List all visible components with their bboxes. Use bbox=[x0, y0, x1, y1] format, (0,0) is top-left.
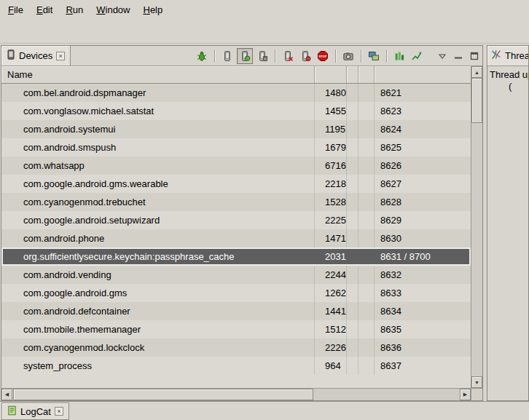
cell-pid: 964 bbox=[315, 357, 347, 375]
cell-a bbox=[347, 266, 358, 284]
cell-a bbox=[347, 102, 358, 120]
cell-name: com.android.defcontainer bbox=[1, 302, 315, 320]
cell-b bbox=[358, 193, 375, 211]
panel-window-icons bbox=[434, 46, 482, 66]
cell-a bbox=[347, 175, 358, 193]
scroll-up-arrow-icon[interactable]: ▲ bbox=[471, 66, 482, 78]
cell-port: 8636 bbox=[375, 338, 471, 357]
table-row[interactable]: com.android.vending224408632 bbox=[1, 266, 471, 284]
scrollbar-corner bbox=[471, 388, 482, 400]
cell-b bbox=[358, 211, 375, 229]
threads-columns-icon[interactable] bbox=[391, 48, 407, 64]
threads-tab-icon bbox=[491, 49, 501, 62]
table-row[interactable]: com.whatsapp67168626 bbox=[1, 156, 471, 175]
column-header-3[interactable] bbox=[358, 66, 375, 83]
table-row[interactable]: com.tmobile.thememanager15128635 bbox=[1, 320, 471, 338]
table-row[interactable]: com.vonglasow.michael.satstat145538623 bbox=[1, 102, 471, 120]
cell-b bbox=[358, 138, 375, 156]
cell-name: com.android.smspush bbox=[1, 138, 315, 156]
threads-message-line1: Thread up bbox=[490, 69, 526, 81]
screenshot-icon[interactable] bbox=[340, 48, 356, 64]
cell-port: 8626 bbox=[375, 156, 471, 175]
cell-name: system_process bbox=[1, 357, 315, 375]
device-view-icon[interactable] bbox=[219, 48, 235, 64]
cell-name: com.android.systemui bbox=[1, 120, 315, 138]
cell-pid: 14411 bbox=[315, 302, 347, 320]
cell-b bbox=[358, 229, 375, 247]
debug-attach-icon[interactable] bbox=[194, 48, 210, 64]
table-row[interactable]: com.bel.android.dspmanager14808621 bbox=[1, 84, 471, 102]
close-icon[interactable]: × bbox=[55, 407, 63, 416]
device-tab-icon bbox=[7, 49, 15, 62]
cell-pid: 22250 bbox=[315, 211, 347, 229]
cell-name: com.cyanogenmod.lockclock bbox=[1, 338, 315, 357]
heap-chart-icon[interactable] bbox=[409, 48, 425, 64]
tab-threads[interactable]: Threads bbox=[487, 46, 529, 66]
cell-b bbox=[358, 284, 375, 302]
cell-b bbox=[358, 175, 375, 193]
scroll-right-arrow-icon[interactable]: ▶ bbox=[460, 389, 471, 400]
table-row[interactable]: com.cyanogenmod.lockclock222658636 bbox=[1, 338, 471, 357]
table-row[interactable]: com.android.smspush16798625 bbox=[1, 138, 471, 156]
cell-a bbox=[347, 156, 358, 175]
cell-name: com.android.phone bbox=[1, 229, 315, 247]
vertical-scrollbar-thumb[interactable] bbox=[471, 78, 482, 123]
cell-port: 8625 bbox=[375, 138, 471, 156]
vertical-scrollbar[interactable]: ▲ ▼ bbox=[471, 66, 482, 388]
menu-item-run[interactable]: Run bbox=[59, 0, 90, 19]
cell-a bbox=[347, 138, 358, 156]
screen-mirror-icon[interactable] bbox=[366, 48, 382, 64]
column-header-port[interactable] bbox=[375, 66, 471, 83]
toolbar-separator bbox=[335, 49, 336, 63]
cell-name: com.tmobile.thememanager bbox=[1, 320, 315, 338]
toolbar-separator bbox=[275, 49, 275, 63]
table-row[interactable]: com.android.phone14718630 bbox=[1, 229, 471, 247]
horizontal-scrollbar-thumb[interactable] bbox=[13, 389, 313, 400]
cell-port: 8629 bbox=[375, 211, 471, 229]
minimize-icon[interactable] bbox=[450, 48, 466, 64]
table-header: Name bbox=[1, 66, 471, 84]
table-row[interactable]: com.google.android.gms126238633 bbox=[1, 284, 471, 302]
scroll-left-arrow-icon[interactable]: ◀ bbox=[1, 389, 12, 400]
table-row[interactable]: com.android.defcontainer144118634 bbox=[1, 302, 471, 320]
column-header-pid[interactable] bbox=[315, 66, 347, 83]
stop-process-icon[interactable]: STOP bbox=[315, 48, 331, 64]
cell-pid: 22440 bbox=[315, 266, 347, 284]
scroll-down-arrow-icon[interactable]: ▼ bbox=[471, 376, 482, 388]
main-toolbar bbox=[0, 19, 529, 44]
menu-item-edit[interactable]: Edit bbox=[30, 0, 59, 19]
maximize-icon[interactable] bbox=[466, 48, 482, 64]
column-header-2[interactable] bbox=[347, 66, 358, 83]
logcat-icon bbox=[7, 405, 17, 418]
menu-item-file[interactable]: File bbox=[1, 0, 30, 19]
table-row[interactable]: com.cyanogenmod.trebuchet15288628 bbox=[1, 193, 471, 211]
table-row[interactable]: com.google.android.gms.wearable221858627 bbox=[1, 175, 471, 193]
tab-label: LogCat bbox=[20, 406, 51, 417]
cell-a bbox=[347, 120, 358, 138]
update-threads-icon[interactable] bbox=[280, 48, 296, 64]
cell-pid: 1512 bbox=[315, 320, 347, 338]
close-icon[interactable]: × bbox=[56, 52, 65, 60]
cell-a bbox=[347, 247, 358, 266]
cell-name: com.bel.android.dspmanager bbox=[1, 84, 315, 102]
menu-item-window[interactable]: Window bbox=[90, 0, 136, 19]
tab-logcat[interactable]: LogCat × bbox=[1, 403, 69, 420]
table-row[interactable]: com.google.android.setupwizard222508629 bbox=[1, 211, 471, 229]
method-profiling-icon[interactable] bbox=[297, 48, 313, 64]
cause-gc-icon[interactable] bbox=[254, 48, 270, 64]
horizontal-scrollbar[interactable]: ◀ ▶ bbox=[1, 388, 471, 400]
cell-pid: 12623 bbox=[315, 284, 347, 302]
tab-devices[interactable]: Devices × bbox=[1, 46, 71, 66]
view-menu-icon[interactable] bbox=[434, 48, 450, 64]
menu-item-help[interactable]: Help bbox=[136, 0, 169, 19]
cell-a bbox=[347, 229, 358, 247]
cell-port: 8632 bbox=[375, 266, 471, 284]
threads-panel: Threads Thread up ( bbox=[487, 45, 529, 401]
table-row[interactable]: com.android.systemui11958624 bbox=[1, 120, 471, 138]
column-header-name[interactable]: Name bbox=[1, 66, 315, 83]
cell-pid: 22185 bbox=[315, 175, 347, 193]
table-row[interactable]: org.sufficientlysecure.keychain:passphra… bbox=[1, 247, 471, 266]
update-heap-icon[interactable] bbox=[237, 48, 253, 64]
table-row[interactable]: system_process9648637 bbox=[1, 357, 471, 375]
toolbar-separator bbox=[214, 49, 215, 63]
